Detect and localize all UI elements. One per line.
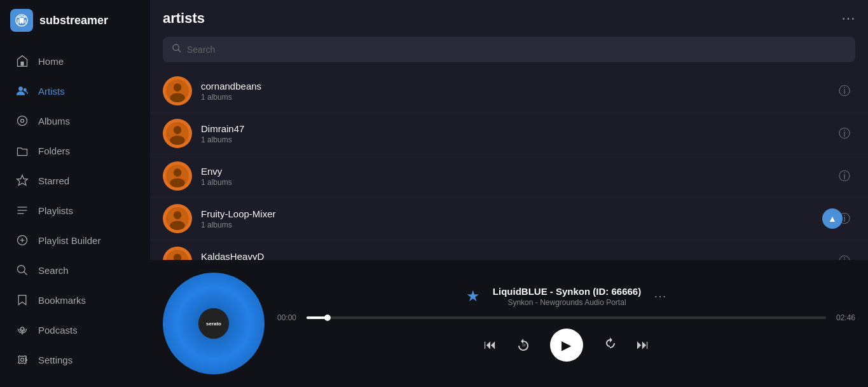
sidebar-item-home-label: Home — [38, 56, 64, 67]
svg-point-7 — [24, 88, 27, 92]
avatar — [163, 204, 192, 233]
search-icon — [172, 43, 182, 56]
player: serato ★ LiquidBLUE - Synkon (ID: 66666)… — [150, 260, 868, 387]
svg-text:10: 10 — [522, 343, 526, 347]
track-title: LiquidBLUE - Synkon (ID: 66666) — [493, 286, 641, 297]
svg-point-35 — [170, 221, 184, 230]
sidebar-item-playlist-builder[interactable]: Playlist Builder — [3, 226, 148, 255]
replay-button[interactable]: 10 — [516, 337, 531, 353]
next-button[interactable]: ⏭ — [637, 337, 649, 352]
artist-search-input[interactable] — [187, 44, 846, 55]
svg-point-9 — [21, 119, 24, 123]
svg-point-19 — [21, 327, 24, 330]
artist-albums: 1 albums — [201, 221, 829, 229]
svg-point-8 — [18, 116, 27, 126]
svg-point-17 — [18, 266, 25, 273]
svg-marker-10 — [17, 175, 28, 186]
folders-icon — [15, 144, 29, 158]
app-title: substreamer — [39, 14, 108, 27]
playlist-builder-icon — [15, 233, 29, 247]
list-item[interactable]: cornandbeans 1 albums ⓘ — [150, 70, 868, 112]
sidebar-item-playlists-label: Playlists — [38, 205, 73, 216]
artist-more-button[interactable]: ⓘ — [834, 251, 855, 260]
player-more-button[interactable]: ⋯ — [654, 289, 666, 304]
settings-icon — [15, 353, 29, 367]
sidebar-item-bookmarks[interactable]: Bookmarks — [3, 285, 148, 315]
artist-albums: 1 albums — [201, 178, 834, 187]
search-sidebar-icon — [15, 263, 29, 277]
sidebar-item-playlists[interactable]: Playlists — [3, 196, 148, 225]
artist-albums: 1 albums — [201, 135, 834, 144]
avatar — [163, 119, 192, 148]
sidebar-item-search-label: Search — [38, 265, 69, 276]
sidebar-item-bookmarks-label: Bookmarks — [38, 295, 86, 306]
artist-name: KaldasHeavyD — [201, 251, 834, 261]
sidebar-item-folders-label: Folders — [38, 146, 70, 156]
progress-bar[interactable] — [307, 316, 826, 319]
svg-point-26 — [170, 93, 184, 102]
sidebar-item-albums-label: Albums — [38, 116, 70, 126]
artist-info: Dimrain47 1 albums — [201, 123, 834, 144]
scroll-up-button[interactable]: ▲ — [822, 208, 843, 229]
star-button[interactable]: ★ — [466, 287, 480, 305]
svg-rect-2 — [20, 17, 21, 24]
sidebar-item-playlist-builder-label: Playlist Builder — [38, 235, 100, 246]
sidebar-item-search[interactable]: Search — [3, 255, 148, 285]
svg-point-34 — [174, 211, 182, 219]
player-controls: ⏮ 10 ▶ ⏭ — [484, 329, 649, 362]
sidebar-item-settings[interactable]: Settings — [3, 345, 148, 374]
artist-more-button[interactable]: ⓘ — [834, 123, 855, 144]
artist-info: Envy 1 albums — [201, 166, 834, 187]
sidebar-item-podcasts[interactable]: Podcasts — [3, 315, 148, 344]
albums-icon — [15, 114, 29, 128]
svg-rect-1 — [18, 19, 19, 24]
avatar — [163, 76, 192, 105]
play-pause-button[interactable]: ▶ — [550, 329, 583, 362]
sidebar-item-artists-label: Artists — [38, 86, 65, 97]
list-item[interactable]: Dimrain47 1 albums ⓘ — [150, 112, 868, 155]
track-info: LiquidBLUE - Synkon (ID: 66666) Synkon -… — [493, 286, 641, 307]
artist-name: Dimrain47 — [201, 123, 834, 134]
main-header: artists ⋯ — [150, 0, 868, 37]
track-subtitle: Synkon - Newgrounds Audio Portal — [493, 298, 641, 307]
svg-point-6 — [18, 86, 23, 91]
more-options-button[interactable]: ⋯ — [841, 10, 855, 27]
progress-row: 00:00 02:46 — [277, 313, 855, 322]
avatar — [163, 247, 192, 260]
artist-more-button[interactable]: ⓘ — [834, 166, 855, 186]
player-top-row: ★ LiquidBLUE - Synkon (ID: 66666) Synkon… — [466, 286, 666, 307]
playlists-icon — [15, 203, 29, 217]
search-bar — [163, 37, 855, 62]
artist-info: Fruity-Loop-Mixer 1 albums — [201, 208, 829, 229]
sidebar-item-albums[interactable]: Albums — [3, 106, 148, 135]
svg-point-29 — [170, 136, 184, 145]
artists-icon — [15, 84, 29, 98]
artist-name: cornandbeans — [201, 81, 834, 92]
sidebar-item-artists[interactable]: Artists — [3, 76, 148, 105]
artist-info: KaldasHeavyD 1 albums — [201, 251, 834, 261]
page-title: artists — [163, 10, 205, 27]
vinyl-record: serato — [163, 273, 265, 374]
time-total: 02:46 — [832, 313, 855, 322]
sidebar: substreamer Home Artists Albums Folder — [0, 0, 150, 387]
svg-point-32 — [170, 179, 184, 187]
list-item[interactable]: Fruity-Loop-Mixer 1 albums ▲ ⓘ — [150, 198, 868, 240]
svg-point-25 — [174, 83, 182, 92]
artist-more-button[interactable]: ⓘ — [834, 81, 855, 101]
list-item[interactable]: Envy 1 albums ⓘ — [150, 155, 868, 198]
sidebar-nav: Home Artists Albums Folders Starred — [0, 41, 150, 387]
sidebar-item-starred-label: Starred — [38, 175, 69, 186]
sidebar-item-home[interactable]: Home — [3, 46, 148, 76]
svg-rect-4 — [25, 20, 26, 24]
sidebar-item-starred[interactable]: Starred — [3, 166, 148, 195]
home-icon — [15, 54, 29, 68]
prev-button[interactable]: ⏮ — [484, 337, 497, 352]
forward-button[interactable] — [602, 337, 617, 353]
vinyl-label: serato — [198, 308, 229, 339]
list-item[interactable]: KaldasHeavyD 1 albums ⓘ — [150, 240, 868, 260]
svg-line-23 — [178, 50, 181, 52]
podcasts-icon — [15, 323, 29, 337]
starred-icon — [15, 173, 29, 187]
artist-name: Envy — [201, 166, 834, 177]
sidebar-item-folders[interactable]: Folders — [3, 136, 148, 165]
